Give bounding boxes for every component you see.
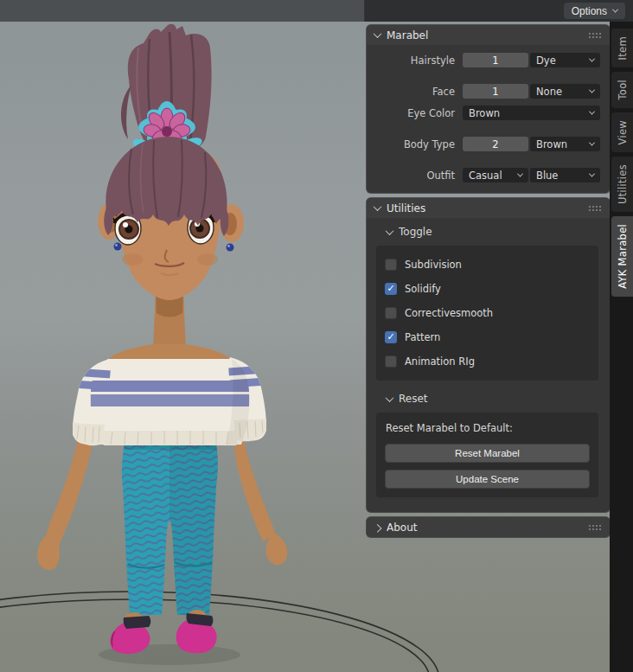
body-type-dropdown[interactable]: Brown: [530, 137, 600, 151]
tab-item[interactable]: Item: [611, 29, 633, 67]
update-scene-button[interactable]: Update Scene: [385, 470, 590, 489]
collapse-caret-icon: [386, 227, 394, 235]
left-hand: [37, 536, 60, 570]
reset-subpanel-header[interactable]: Reset: [374, 388, 600, 409]
sweater: [69, 357, 272, 445]
character: [37, 24, 287, 654]
collapse-caret-icon: [386, 394, 394, 402]
checkbox-row-animation-rig[interactable]: Animation RIg: [385, 349, 590, 374]
tab-utilities[interactable]: Utilities: [611, 157, 633, 212]
face-number-field[interactable]: 1: [463, 84, 528, 99]
dropdown-chevron-icon: [589, 56, 595, 62]
panel-marabel-header[interactable]: Marabel: [367, 25, 610, 45]
checkbox-row-subdivision[interactable]: Subdivision: [385, 253, 590, 277]
dropdown-chevron-icon: [589, 171, 595, 177]
checkbox-row-solidify[interactable]: Solidify: [385, 277, 590, 301]
blender-window: Options Marabel Hairstyle 1 Dye: [0, 0, 633, 672]
hairstyle-label: Hairstyle: [374, 54, 463, 67]
dropdown-chevron-icon: [589, 140, 595, 146]
viewport-header: Options: [0, 0, 633, 22]
panel-utilities: Utilities Toggle Subdivision Solidify: [367, 198, 610, 512]
flower-center: [162, 126, 172, 137]
body-type-row: Body Type 2 Brown: [374, 137, 600, 151]
body-type-label: Body Type: [374, 138, 463, 150]
hairstyle-number-field[interactable]: 1: [463, 53, 528, 67]
solidify-checkbox[interactable]: [385, 283, 397, 295]
correctivesmooth-checkbox[interactable]: [385, 307, 397, 319]
eye-color-dropdown[interactable]: Brown: [463, 106, 600, 120]
tab-tool[interactable]: Tool: [611, 72, 633, 108]
checkbox-row-pattern[interactable]: Pattern: [385, 325, 590, 349]
panel-about-header[interactable]: About: [367, 517, 610, 537]
panel-utilities-header[interactable]: Utilities: [367, 198, 610, 218]
panel-grip-icon[interactable]: [588, 524, 602, 530]
reset-description: Reset Marabel to Default:: [386, 422, 590, 434]
body-type-number-field[interactable]: 2: [463, 137, 528, 151]
panel-title: Utilities: [387, 202, 425, 214]
hairstyle-dropdown[interactable]: Dye: [530, 53, 600, 67]
collapse-caret-icon: [374, 524, 382, 533]
outfit-style-dropdown[interactable]: Casual: [463, 168, 528, 182]
panel-grip-icon[interactable]: [588, 205, 602, 211]
outfit-row: Outfit Casual Blue: [374, 168, 600, 182]
dropdown-chevron-icon: [589, 87, 595, 93]
dropdown-chevron-icon: [589, 109, 595, 115]
sidebar-tabs: Item Tool View Utilities AYK Marabel: [610, 22, 633, 672]
reset-marabel-button[interactable]: Reset Marabel: [385, 444, 590, 463]
panel-grip-icon[interactable]: [588, 32, 602, 38]
reset-group: Reset Marabel to Default: Reset Marabel …: [376, 413, 598, 497]
outfit-color-dropdown[interactable]: Blue: [530, 168, 600, 182]
pattern-checkbox[interactable]: [385, 331, 397, 343]
collapse-caret-icon: [374, 29, 382, 38]
panel-about: About: [367, 517, 610, 537]
face-row: Face 1 None: [374, 84, 600, 99]
tab-view[interactable]: View: [611, 112, 633, 153]
chevron-down-icon: [612, 7, 618, 13]
face-dropdown[interactable]: None: [530, 84, 600, 99]
checkbox-row-correctivesmooth[interactable]: Correctivesmooth: [385, 301, 590, 325]
hairstyle-row: Hairstyle 1 Dye: [374, 53, 600, 67]
outfit-label: Outfit: [374, 170, 463, 182]
toggle-checkbox-group: Subdivision Solidify Correctivesmooth Pa…: [376, 246, 598, 381]
tab-ayk-marabel[interactable]: AYK Marabel: [611, 216, 633, 297]
left-shoe-strap: [124, 616, 151, 629]
pants: [86, 432, 285, 623]
face-label: Face: [374, 86, 463, 98]
dropdown-chevron-icon: [517, 171, 523, 177]
eye-color-row: Eye Color Brown: [374, 106, 600, 120]
animation-rig-checkbox[interactable]: [385, 355, 397, 368]
options-button[interactable]: Options: [564, 3, 625, 19]
panel-title: About: [387, 522, 417, 534]
panel-marabel: Marabel Hairstyle 1 Dye Face 1 None: [367, 25, 610, 193]
eye-color-label: Eye Color: [374, 107, 463, 119]
options-label: Options: [572, 5, 607, 17]
subdivision-checkbox[interactable]: [385, 259, 397, 271]
panel-title: Marabel: [387, 29, 428, 42]
toggle-subpanel-header[interactable]: Toggle: [374, 221, 600, 242]
n-panel-region: Marabel Hairstyle 1 Dye Face 1 None: [367, 25, 610, 537]
collapse-caret-icon: [374, 202, 382, 211]
